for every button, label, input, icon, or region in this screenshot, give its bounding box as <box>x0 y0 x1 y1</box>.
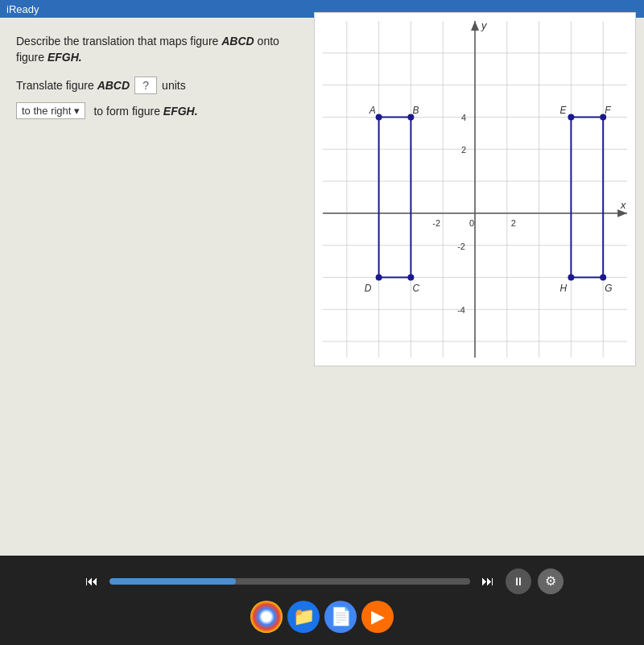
units-label: units <box>162 79 186 92</box>
svg-text:C: C <box>412 283 419 294</box>
svg-text:G: G <box>605 283 612 294</box>
coordinate-grid: y x -2 0 2 4 2 -2 -4 A B C <box>314 12 636 366</box>
svg-text:0: 0 <box>469 218 474 228</box>
play-icon[interactable]: ▶ <box>361 601 394 633</box>
svg-text:-4: -4 <box>457 305 465 315</box>
svg-marker-21 <box>471 21 479 31</box>
docs-icon[interactable]: 📄 <box>324 601 357 633</box>
question-area: Describe the translation that maps figur… <box>0 18 306 127</box>
grid-svg: y x -2 0 2 4 2 -2 -4 A B C <box>315 13 635 366</box>
translate-row-1: Translate figure ABCD ? units <box>16 76 290 94</box>
main-content: iReady Describe the translation that map… <box>0 0 644 556</box>
pause-icon: ⏸ <box>513 575 524 588</box>
svg-point-44 <box>600 274 606 280</box>
svg-point-42 <box>568 114 574 120</box>
svg-point-36 <box>376 274 382 280</box>
svg-text:4: 4 <box>461 113 466 122</box>
progress-bar-container[interactable] <box>109 578 470 585</box>
direction-row: to the right ▾ to form figure EFGH. <box>16 102 290 119</box>
svg-text:2: 2 <box>511 218 516 228</box>
svg-point-35 <box>407 274 414 280</box>
svg-text:F: F <box>605 105 611 116</box>
skip-back-button[interactable]: ⏮ <box>80 570 103 593</box>
svg-text:-2: -2 <box>457 242 465 251</box>
svg-rect-32 <box>379 117 411 277</box>
app-title: iReady <box>6 3 39 15</box>
pause-button[interactable]: ⏸ <box>506 569 531 594</box>
progress-bar-fill <box>109 578 236 585</box>
svg-text:-2: -2 <box>432 218 440 228</box>
units-input[interactable]: ? <box>134 76 157 94</box>
question-part1: Describe the translation that maps figur… <box>16 35 279 64</box>
svg-text:2: 2 <box>461 145 466 155</box>
translate-label: Translate figure ABCD <box>16 79 130 92</box>
app-dock: 📁 📄 ▶ <box>250 601 394 633</box>
direction-text: to the right <box>22 105 71 117</box>
settings-button[interactable]: ⚙ <box>538 569 564 594</box>
svg-text:E: E <box>559 105 567 116</box>
skip-forward-icon: ⏭ <box>481 574 494 589</box>
svg-text:A: A <box>369 105 376 116</box>
svg-text:B: B <box>412 105 419 116</box>
gear-icon: ⚙ <box>545 573 556 589</box>
skip-forward-button[interactable]: ⏭ <box>477 570 499 593</box>
taskbar: ⏮ ⏭ ⏸ ⚙ 📁 📄 ▶ <box>0 556 644 645</box>
chevron-down-icon: ▾ <box>74 105 80 117</box>
svg-text:x: x <box>620 199 626 211</box>
svg-text:D: D <box>365 283 372 294</box>
direction-dropdown[interactable]: to the right ▾ <box>16 102 85 119</box>
to-form-text: to form figure EFGH. <box>93 105 197 118</box>
svg-text:y: y <box>481 19 488 31</box>
svg-rect-41 <box>571 117 603 277</box>
question-text: Describe the translation that maps figur… <box>16 34 290 65</box>
skip-back-icon: ⏮ <box>85 574 98 589</box>
chrome-icon[interactable] <box>250 601 283 633</box>
files-icon[interactable]: 📁 <box>287 601 320 633</box>
svg-point-45 <box>568 274 574 280</box>
svg-point-33 <box>376 114 382 120</box>
media-bar: ⏮ ⏭ ⏸ ⚙ <box>80 569 564 594</box>
svg-text:H: H <box>559 283 567 294</box>
